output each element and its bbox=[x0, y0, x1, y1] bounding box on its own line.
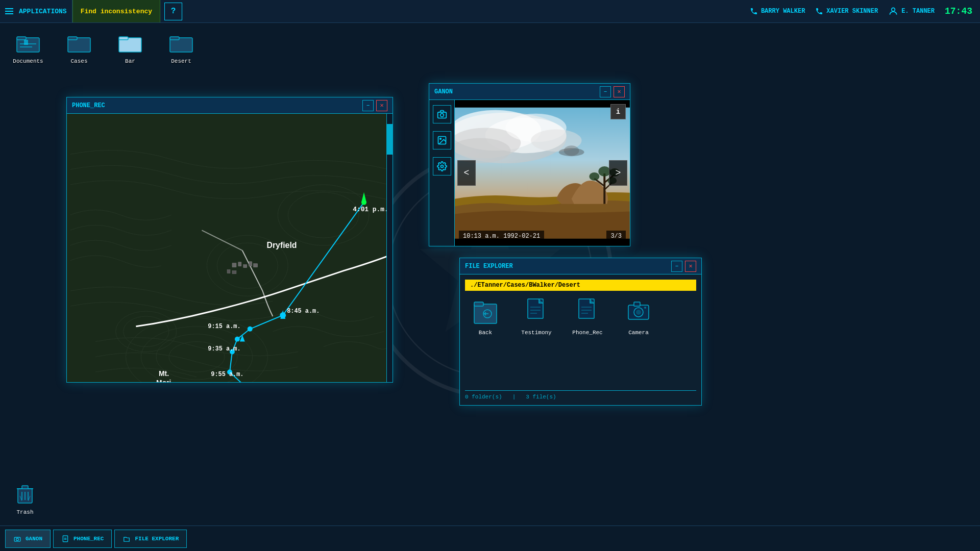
applications-menu[interactable]: APPLICATIONS bbox=[0, 0, 72, 22]
taskbar-file-explorer-button[interactable]: FILE EXPLORER bbox=[114, 530, 187, 548]
phone-rec-titlebar[interactable]: PHONE_REC – ✕ bbox=[67, 97, 393, 114]
testimony-doc-icon bbox=[524, 297, 549, 327]
back-label: Back bbox=[479, 330, 492, 336]
svg-rect-7 bbox=[24, 40, 28, 45]
cases-icon[interactable]: Cases bbox=[61, 31, 97, 64]
taskbar-phone-rec-button[interactable]: PHONE_REC bbox=[53, 530, 112, 548]
ganon-next-button[interactable]: > bbox=[609, 160, 627, 186]
desert-folder-icon bbox=[169, 31, 193, 55]
svg-rect-102 bbox=[634, 302, 640, 306]
contact-xavier-skinner[interactable]: XAVIER SKINNER bbox=[815, 7, 878, 15]
ganon-minimize-button[interactable]: – bbox=[600, 86, 611, 97]
find-inconsistency-label: Find inconsistency bbox=[81, 8, 152, 15]
svg-text:8:45 a.m.: 8:45 a.m. bbox=[287, 308, 320, 315]
svg-text:4:01 p.m.: 4:01 p.m. bbox=[353, 206, 388, 213]
camera-icon-file bbox=[626, 297, 651, 327]
file-explorer-footer: 0 folder(s) | 3 file(s) bbox=[465, 390, 696, 400]
phone-rec-minimize-button[interactable]: – bbox=[362, 100, 374, 111]
documents-icon[interactable]: Documents bbox=[10, 31, 46, 64]
svg-rect-13 bbox=[170, 37, 179, 40]
file-explorer-minimize-button[interactable]: – bbox=[671, 261, 682, 272]
svg-point-33 bbox=[248, 327, 253, 332]
trash-icon[interactable]: Trash bbox=[13, 482, 37, 515]
file-explorer-content: ./ETanner/Cases/BWalker/Desert Ba bbox=[460, 274, 701, 405]
svg-point-65 bbox=[440, 113, 444, 117]
desert-icon[interactable]: Desert bbox=[163, 31, 199, 64]
file-path-bar[interactable]: ./ETanner/Cases/BWalker/Desert bbox=[465, 280, 696, 291]
applications-label: APPLICATIONS bbox=[19, 8, 67, 15]
help-label: ? bbox=[171, 7, 176, 16]
map-scrollbar[interactable] bbox=[386, 114, 393, 382]
svg-rect-9 bbox=[68, 37, 77, 40]
ganon-settings-tool[interactable] bbox=[433, 157, 451, 176]
svg-rect-6 bbox=[17, 37, 26, 40]
find-inconsistency-button[interactable]: Find inconsistency bbox=[72, 0, 160, 22]
taskbar-ganon-label: GANON bbox=[26, 536, 42, 542]
taskbar-doc-icon bbox=[61, 535, 69, 543]
phone-rec-title: PHONE_REC bbox=[72, 102, 360, 109]
ganon-image-tool[interactable] bbox=[433, 131, 451, 149]
map-container[interactable]: 4:01 p.m. 8:45 a.m. 9:15 a.m. 9:35 a.m. … bbox=[67, 114, 393, 382]
svg-point-68 bbox=[440, 165, 443, 168]
ganon-info-button[interactable]: i bbox=[610, 104, 626, 119]
desert-label: Desert bbox=[171, 58, 191, 64]
barry-walker-name: BARRY WALKER bbox=[761, 8, 805, 15]
user-name: E. TANNER bbox=[901, 8, 935, 15]
map-scrollbar-thumb[interactable] bbox=[387, 124, 393, 155]
phone-rec-close-button[interactable]: ✕ bbox=[376, 100, 387, 111]
ganon-image-svg bbox=[455, 100, 630, 246]
desktop-icons: Documents Cases Bar bbox=[10, 31, 199, 64]
current-user: E. TANNER bbox=[888, 6, 935, 16]
svg-rect-16 bbox=[22, 486, 28, 489]
svg-text:9:35 a.m.: 9:35 a.m. bbox=[208, 345, 240, 353]
file-camera-item[interactable]: Camera bbox=[618, 297, 659, 390]
svg-rect-51 bbox=[232, 271, 236, 274]
ganon-prev-button[interactable]: < bbox=[457, 160, 476, 186]
bar-label: Bar bbox=[125, 58, 135, 64]
svg-point-34 bbox=[235, 337, 240, 342]
documents-label: Documents bbox=[13, 58, 43, 64]
bottom-taskbar: GANON PHONE_REC FILE EXPLORER bbox=[0, 525, 980, 551]
svg-rect-50 bbox=[227, 270, 230, 273]
svg-text:Mt.: Mt. bbox=[159, 369, 169, 378]
svg-point-105 bbox=[16, 538, 19, 540]
taskbar-phone-rec-label: PHONE_REC bbox=[74, 536, 104, 542]
file-explorer-titlebar[interactable]: FILE EXPLORER – ✕ bbox=[460, 258, 701, 274]
trash-icon-img bbox=[13, 482, 37, 506]
ganon-close-button[interactable]: ✕ bbox=[614, 86, 625, 97]
bar-folder-icon bbox=[118, 31, 142, 55]
file-phone-rec-item[interactable]: Phone_Rec bbox=[567, 297, 608, 390]
bar-icon[interactable]: Bar bbox=[112, 31, 148, 64]
svg-point-86 bbox=[564, 145, 579, 156]
taskbar-right: BARRY WALKER XAVIER SKINNER E. TANNER 17… bbox=[750, 6, 980, 16]
trash-label: Trash bbox=[16, 509, 33, 515]
svg-text:9:15 a.m.: 9:15 a.m. bbox=[208, 323, 240, 330]
ganon-camera-tool[interactable] bbox=[433, 105, 451, 123]
svg-rect-49 bbox=[254, 264, 258, 267]
svg-rect-47 bbox=[243, 265, 247, 268]
file-explorer-close-button[interactable]: ✕ bbox=[685, 261, 696, 272]
clock: 17:43 bbox=[945, 6, 972, 16]
taskbar: APPLICATIONS Find inconsistency ? BARRY … bbox=[0, 0, 980, 23]
file-back-item[interactable]: Back bbox=[465, 297, 506, 390]
help-button[interactable]: ? bbox=[164, 3, 182, 20]
xavier-skinner-name: XAVIER SKINNER bbox=[826, 8, 878, 15]
taskbar-file-explorer-label: FILE EXPLORER bbox=[135, 536, 179, 542]
contact-barry-walker[interactable]: BARRY WALKER bbox=[750, 7, 805, 15]
phone-icon bbox=[750, 7, 758, 15]
svg-rect-46 bbox=[238, 262, 241, 266]
ganon-titlebar[interactable]: GANON – ✕ bbox=[429, 84, 630, 100]
svg-rect-45 bbox=[232, 263, 236, 267]
svg-point-0 bbox=[892, 8, 895, 11]
taskbar-ganon-button[interactable]: GANON bbox=[5, 530, 51, 548]
file-testimony-item[interactable]: Testimony bbox=[516, 297, 557, 390]
file-icons-grid: Back Testimony bbox=[465, 297, 696, 390]
folders-count: 0 folder(s) bbox=[465, 394, 502, 400]
phone-rec-window: PHONE_REC – ✕ bbox=[66, 97, 393, 383]
svg-rect-88 bbox=[474, 302, 483, 306]
desktop: OF INVESTIGATION WE SEEK Documents bbox=[0, 23, 980, 525]
svg-point-101 bbox=[636, 310, 641, 315]
svg-text:Mori: Mori bbox=[156, 379, 171, 382]
user-icon bbox=[888, 6, 898, 16]
svg-point-67 bbox=[439, 138, 441, 140]
